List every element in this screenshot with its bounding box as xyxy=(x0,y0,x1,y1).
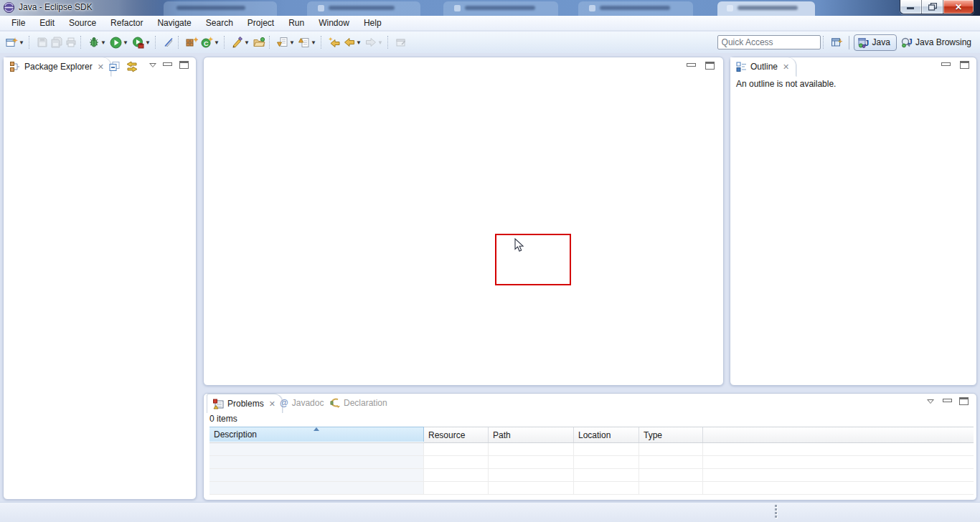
previous-annotation-dropdown[interactable]: ▼ xyxy=(310,39,317,46)
new-java-project-button[interactable]: ✦ xyxy=(184,34,199,51)
debug-dropdown[interactable]: ▼ xyxy=(100,39,107,46)
new-wizard-dropdown[interactable]: ▼ xyxy=(18,39,25,46)
restore-editor-button[interactable] xyxy=(394,34,408,51)
next-annotation-button[interactable]: ▼ xyxy=(275,34,297,51)
status-drag-handle[interactable] xyxy=(775,505,777,518)
minimize-editor-button[interactable] xyxy=(687,60,696,67)
red-selection-rectangle xyxy=(495,234,571,285)
minimize-view-button[interactable] xyxy=(163,60,172,66)
package-explorer-panel: Package Explorer ✕ xyxy=(3,57,197,500)
problems-table-header: Description Resource Path Location Type xyxy=(209,427,974,443)
restore-window-button[interactable] xyxy=(922,0,943,14)
new-java-class-button[interactable]: C ✦ ▼ xyxy=(199,34,222,51)
column-header-filler xyxy=(703,427,974,442)
view-menu-icon[interactable] xyxy=(927,399,934,404)
run-external-tools-button[interactable]: ▼ xyxy=(131,34,153,51)
minimize-window-button[interactable] xyxy=(900,0,922,14)
menu-run[interactable]: Run xyxy=(281,16,311,30)
window-title: Java - Eclipse SDK xyxy=(19,2,93,12)
window-titlebar[interactable]: Java - Eclipse SDK ✕ xyxy=(0,0,980,16)
menu-file[interactable]: File xyxy=(4,16,32,30)
close-package-explorer-icon[interactable]: ✕ xyxy=(98,62,104,72)
menu-project[interactable]: Project xyxy=(240,16,281,30)
column-header-resource[interactable]: Resource xyxy=(424,427,489,442)
column-header-type[interactable]: Type xyxy=(639,427,703,442)
toolbar-separator xyxy=(387,36,391,49)
perspective-java-browsing-button[interactable]: J Java Browsing xyxy=(897,37,976,48)
menu-search[interactable]: Search xyxy=(199,16,240,30)
eclipse-logo-icon xyxy=(4,2,14,15)
previous-annotation-button[interactable]: ▼ xyxy=(297,34,319,51)
column-header-location[interactable]: Location xyxy=(574,427,639,442)
external-tools-dropdown[interactable]: ▼ xyxy=(144,39,151,46)
close-outline-icon[interactable]: ✕ xyxy=(783,62,789,72)
back-button[interactable]: ▼ xyxy=(342,34,364,51)
forward-button[interactable]: ▼ xyxy=(364,34,385,51)
link-with-editor-button[interactable] xyxy=(126,61,138,72)
problems-panel: Problems ✕ @ Javadoc Declaration 0 items… xyxy=(203,393,977,500)
new-java-class-dropdown[interactable]: ▼ xyxy=(213,39,220,46)
next-annotation-dropdown[interactable]: ▼ xyxy=(288,39,296,46)
minimize-view-button[interactable] xyxy=(943,396,952,402)
menu-edit[interactable]: Edit xyxy=(32,16,62,30)
svg-text:+: + xyxy=(838,37,842,45)
tab-declaration[interactable]: Declaration xyxy=(326,394,392,412)
svg-text:✦: ✦ xyxy=(208,37,213,43)
debug-button[interactable]: ▼ xyxy=(87,34,108,51)
run-button[interactable]: ▼ xyxy=(108,34,131,51)
maximize-view-button[interactable] xyxy=(960,61,969,69)
declaration-tab-label: Declaration xyxy=(344,398,387,408)
minimize-view-button[interactable] xyxy=(941,60,951,66)
last-edit-location-button[interactable]: ✦ xyxy=(327,34,342,51)
menu-help[interactable]: Help xyxy=(357,16,389,30)
menu-bar: File Edit Source Refactor Navigate Searc… xyxy=(0,16,980,31)
perspective-java-button[interactable]: J Java xyxy=(854,34,897,51)
open-resource-button[interactable] xyxy=(252,34,267,51)
window-controls: ✕ xyxy=(900,0,974,14)
maximize-view-button[interactable] xyxy=(959,397,969,405)
table-row[interactable] xyxy=(209,443,974,456)
eclipse-window: Java - Eclipse SDK ✕ File Edit Source Re… xyxy=(0,0,980,522)
save-button[interactable] xyxy=(35,34,50,51)
toolbar-separator xyxy=(155,36,159,49)
editor-area-panel[interactable] xyxy=(203,57,724,386)
close-problems-icon[interactable]: ✕ xyxy=(269,399,275,409)
status-bar xyxy=(0,502,980,522)
column-header-path[interactable]: Path xyxy=(489,427,574,442)
view-menu-icon[interactable] xyxy=(149,63,156,67)
menu-refactor[interactable]: Refactor xyxy=(103,16,150,30)
quick-access-input[interactable] xyxy=(717,35,821,49)
open-perspective-button[interactable]: + xyxy=(829,34,844,51)
toolbar-separator xyxy=(224,36,227,49)
package-explorer-icon xyxy=(9,61,21,72)
main-toolbar: ✦ ▼ xyxy=(0,32,980,53)
problems-icon xyxy=(213,399,224,409)
tab-problems[interactable]: Problems ✕ xyxy=(207,394,283,413)
back-dropdown[interactable]: ▼ xyxy=(355,39,362,46)
menu-navigate[interactable]: Navigate xyxy=(150,16,198,30)
collapse-all-button[interactable] xyxy=(108,61,121,72)
perspective-separator xyxy=(849,36,849,49)
save-all-button[interactable] xyxy=(50,34,64,51)
maximize-view-button[interactable] xyxy=(179,61,189,69)
tab-package-explorer[interactable]: Package Explorer ✕ xyxy=(4,57,111,77)
print-button[interactable] xyxy=(64,34,78,51)
open-task-button[interactable]: ▼ xyxy=(230,34,252,51)
new-wizard-button[interactable]: ✦ ▼ xyxy=(4,34,27,51)
tab-outline[interactable]: Outline ✕ xyxy=(730,57,796,77)
toggle-mark-occurrences-button[interactable] xyxy=(161,34,176,51)
mouse-cursor xyxy=(514,238,524,252)
tab-javadoc[interactable]: @ Javadoc xyxy=(275,394,328,412)
menu-source[interactable]: Source xyxy=(62,16,103,30)
open-task-dropdown[interactable]: ▼ xyxy=(243,39,250,46)
run-dropdown[interactable]: ▼ xyxy=(122,39,129,46)
menu-window[interactable]: Window xyxy=(311,16,357,30)
table-row[interactable] xyxy=(209,469,974,482)
table-row[interactable] xyxy=(209,456,974,469)
maximize-editor-button[interactable] xyxy=(705,62,715,70)
table-row[interactable] xyxy=(209,482,974,495)
column-header-description[interactable]: Description xyxy=(209,427,424,442)
forward-dropdown[interactable]: ▼ xyxy=(377,39,384,46)
close-window-button[interactable]: ✕ xyxy=(943,0,974,14)
toolbar-separator xyxy=(269,36,273,49)
